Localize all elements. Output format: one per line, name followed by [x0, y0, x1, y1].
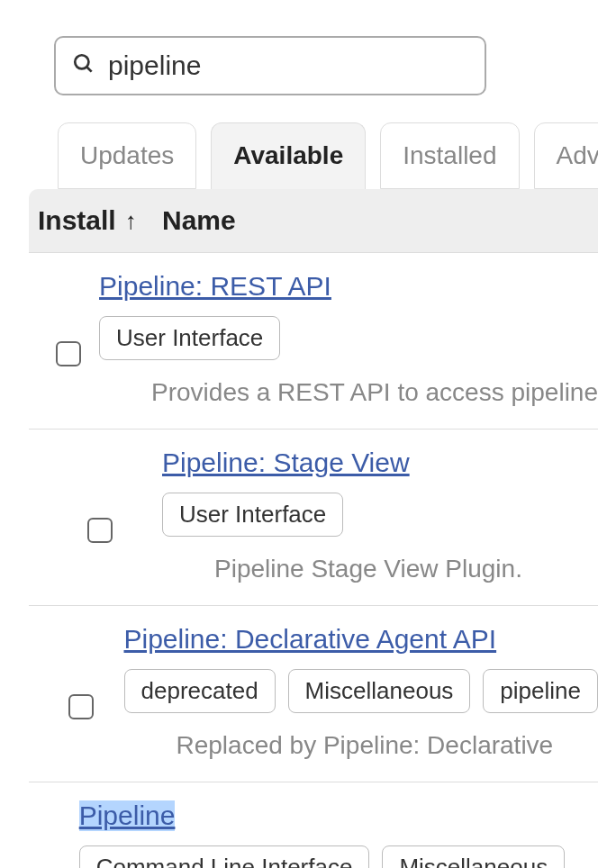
plugin-description: Provides a REST API to access pipeline — [151, 378, 598, 407]
plugin-description: Pipeline Stage View Plugin. — [214, 555, 598, 583]
plugin-link[interactable]: Pipeline — [79, 800, 176, 831]
search-input[interactable] — [108, 50, 468, 81]
plugin-tag[interactable]: User Interface — [99, 316, 280, 360]
plugin-tag[interactable]: deprecated — [124, 669, 276, 713]
tab-updates[interactable]: Updates — [58, 122, 196, 189]
sort-arrow-up-icon: ↑ — [125, 207, 137, 235]
tab-advanced[interactable]: Advanced — [534, 122, 598, 189]
column-install[interactable]: Install ↑ — [38, 205, 162, 236]
table-row: Pipeline: REST APIUser InterfaceProvides… — [29, 253, 598, 429]
install-checkbox[interactable] — [87, 518, 113, 543]
table-header: Install ↑ Name — [29, 189, 598, 253]
plugin-tag[interactable]: Miscellaneous — [382, 845, 565, 868]
plugin-tag[interactable]: Command Line Interface — [79, 845, 370, 868]
table-row: Pipeline: Declarative Agent APIdeprecate… — [29, 606, 598, 782]
table-row: PipelineCommand Line InterfaceMiscellane… — [29, 782, 598, 868]
plugin-tag[interactable]: Miscellaneous — [288, 669, 471, 713]
plugin-link[interactable]: Pipeline: Declarative Agent API — [124, 624, 497, 655]
table-row: Pipeline: Stage ViewUser InterfacePipeli… — [29, 429, 598, 606]
plugin-table: Install ↑ Name Pipeline: REST APIUser In… — [29, 189, 598, 868]
svg-point-0 — [75, 55, 88, 68]
checkbox-cell — [38, 271, 99, 407]
plugin-tags: deprecatedMiscellaneouspipeline — [124, 669, 599, 713]
search-box[interactable] — [54, 36, 486, 95]
column-install-label: Install — [38, 205, 116, 236]
tabs: Updates Available Installed Advanced — [58, 122, 598, 189]
search-icon — [72, 52, 95, 79]
plugin-content: Pipeline: REST APIUser InterfaceProvides… — [99, 271, 598, 407]
plugin-tags: User Interface — [99, 316, 598, 360]
column-name[interactable]: Name — [162, 205, 236, 236]
plugin-content: Pipeline: Stage ViewUser InterfacePipeli… — [162, 448, 598, 583]
plugin-tags: Command Line InterfaceMiscellaneous — [79, 845, 598, 868]
checkbox-cell — [38, 448, 162, 583]
tab-available[interactable]: Available — [211, 122, 366, 189]
plugin-link[interactable]: Pipeline: Stage View — [162, 448, 410, 478]
tab-installed[interactable]: Installed — [380, 122, 519, 189]
plugin-link[interactable]: Pipeline: REST API — [99, 271, 331, 302]
install-checkbox[interactable] — [56, 341, 81, 366]
install-checkbox[interactable] — [68, 694, 94, 719]
plugin-tag[interactable]: pipeline — [483, 669, 598, 713]
plugin-content: PipelineCommand Line InterfaceMiscellane… — [79, 800, 598, 868]
plugin-tags: User Interface — [162, 493, 598, 537]
plugin-description: Replaced by Pipeline: Declarative — [177, 731, 599, 760]
plugin-tag[interactable]: User Interface — [162, 493, 343, 537]
checkbox-cell — [38, 800, 79, 868]
svg-line-1 — [86, 67, 91, 71]
plugin-content: Pipeline: Declarative Agent APIdeprecate… — [124, 624, 599, 760]
checkbox-cell — [38, 624, 124, 760]
